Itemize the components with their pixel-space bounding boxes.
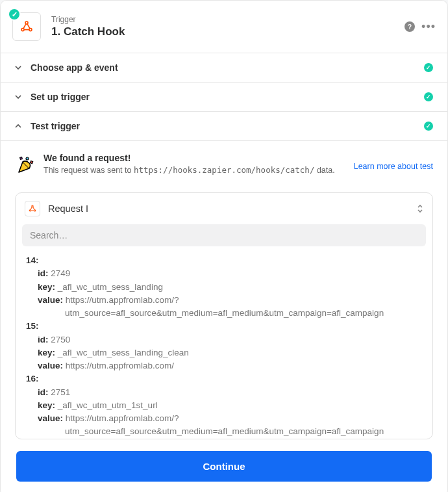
continue-button[interactable]: Continue [16,451,432,482]
record-key: key: _afl_wc_utm_sess_landing_clean [25,346,423,359]
record-key: key: _afl_wc_utm_utm_1st_url [25,399,423,412]
record-value: value: https://utm.appfromlab.com/? [25,412,423,425]
app-icon: ✓ [12,12,41,41]
record-id: id: 2749 [25,267,423,280]
search-row [22,224,426,246]
request-result-box: Request I 14: id: 2749 key: _afl_wc_utm_… [15,192,433,439]
data-list: 14: id: 2749 key: _afl_wc_utm_sess_landi… [16,246,432,439]
svg-point-8 [34,210,35,211]
svg-point-2 [29,29,32,31]
svg-rect-4 [31,161,33,164]
found-title: We found a request! [44,153,354,163]
test-trigger-body: We found a request! This request was sen… [1,140,447,492]
more-menu-icon[interactable]: ••• [421,21,436,32]
found-text: We found a request! This request was sen… [44,153,354,175]
svg-point-6 [32,205,33,207]
chevron-down-icon [15,94,23,100]
header-title: 1. Catch Hook [51,25,125,38]
svg-point-1 [21,29,24,31]
found-sub-url: https://hooks.zapier.com/hooks/catch/ [134,165,314,175]
trigger-step-card: ✓ Trigger 1. Catch Hook ? ••• [0,0,448,492]
svg-point-3 [26,157,29,160]
section-label: Choose app & event [31,62,118,73]
status-complete-icon: ✓ [424,63,433,72]
section-test-trigger[interactable]: Test trigger ✓ [1,111,447,140]
success-badge-icon: ✓ [8,8,21,21]
webhook-icon [19,19,34,34]
record-id: id: 2751 [25,386,423,399]
record-value-cont: utm_source=afl_source&utm_medium=afl_med… [25,425,423,438]
found-sub-prefix: This request was sent to [44,166,134,175]
found-request-row: We found a request! This request was sen… [15,153,433,177]
search-input[interactable] [30,230,418,240]
found-sub: This request was sent to https://hooks.z… [44,165,354,175]
status-complete-icon: ✓ [424,92,433,101]
record-index: 15: [25,320,423,333]
card-header: ✓ Trigger 1. Catch Hook ? ••• [1,1,447,53]
header-kicker: Trigger [51,15,125,24]
record-value: value: https://utm.appfromlab.com/? [25,294,423,307]
section-choose-app[interactable]: Choose app & event ✓ [1,53,447,82]
record-index: 16: [25,372,423,385]
section-label: Test trigger [31,121,80,131]
chevron-up-icon [15,123,23,129]
party-popper-icon [15,154,36,177]
section-setup-trigger[interactable]: Set up trigger ✓ [1,82,447,111]
record-id: id: 2750 [25,333,423,346]
section-label: Set up trigger [31,92,90,102]
record-key: key: _afl_wc_utm_sess_landing [25,281,423,294]
status-complete-icon: ✓ [424,122,433,131]
record-index: 17: [25,439,423,439]
found-sub-suffix: data. [317,166,335,175]
request-selector[interactable]: Request I [16,193,432,224]
chevron-down-icon [15,64,23,71]
record-value-cont: utm_source=afl_source&utm_medium=afl_med… [25,307,423,320]
svg-rect-5 [20,157,23,160]
request-name: Request I [48,203,88,214]
sort-icon [417,204,423,213]
help-icon[interactable]: ? [404,21,415,32]
webhook-icon-small [25,201,40,216]
header-actions: ? ••• [404,21,436,32]
record-index: 14: [25,254,423,267]
svg-point-7 [29,210,31,211]
header-titles: Trigger 1. Catch Hook [51,15,125,38]
record-value: value: https://utm.appfromlab.com/ [25,359,423,372]
learn-more-link[interactable]: Learn more about test [354,162,433,171]
